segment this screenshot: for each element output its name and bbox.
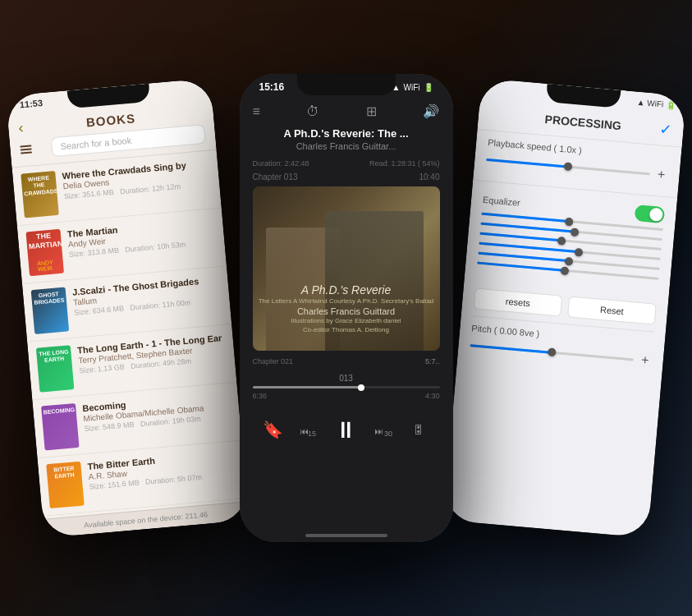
phone-right: ▲ WiFi 🔋 PROCESSING ✓ Playback speed ( 1… <box>443 78 686 538</box>
eq-slider-2[interactable] <box>480 223 662 241</box>
pitch-plus-button[interactable]: + <box>638 352 653 368</box>
book-cover: BECOMING <box>41 403 80 450</box>
book-cover: BITTER EARTH <box>46 462 85 508</box>
time-labels: 6:36 4:30 <box>253 392 440 400</box>
books-title: BOOKS <box>85 111 135 129</box>
eq-control-icon[interactable]: 🎛 <box>404 415 433 444</box>
progress-fill <box>253 386 361 388</box>
rewind-15-button[interactable]: ⏮ 15 <box>293 415 323 444</box>
menu-player-icon[interactable]: ≡ <box>253 104 260 119</box>
player-artwork: A Ph.D.'s Reverie The Letters A Whirlwin… <box>253 186 440 351</box>
chapter-indicator: 013 <box>253 374 440 383</box>
book-cover: GHOST BRIGADES <box>31 287 70 333</box>
speed-plus-button[interactable]: + <box>654 167 669 182</box>
home-indicator <box>305 534 387 537</box>
bookmark-icon[interactable]: ⊞ <box>366 103 377 119</box>
artwork-author2: Illustrations by Grace Elizabeth daniel <box>253 316 440 325</box>
player-title-section: A Ph.D.'s Reverie: The ... Charles Franc… <box>240 122 453 156</box>
back-button[interactable]: ‹ <box>18 119 25 136</box>
player-title: A Ph.D.'s Reverie: The ... <box>253 127 440 140</box>
eq-slider-5[interactable] <box>478 252 659 270</box>
wifi-icon: WiFi <box>404 83 420 92</box>
duration-label: Duration: 2:42:48 <box>253 159 309 168</box>
eq-slider-row <box>479 232 661 251</box>
battery-icon: 🔋 <box>424 83 433 92</box>
time-remaining: 4:30 <box>425 392 440 400</box>
pitch-section: Pitch ( 0.00 8ve ) + <box>457 315 666 376</box>
svg-text:15: 15 <box>308 430 316 438</box>
clock-icon[interactable]: ⏱ <box>306 104 319 119</box>
processing-title: PROCESSING <box>506 109 660 136</box>
play-pause-button[interactable]: ⏸ <box>328 411 364 448</box>
forward-30-button[interactable]: ⏭ 30 <box>369 415 399 444</box>
notch <box>297 74 396 95</box>
phone-left: 11:53 ‹ BOOKS Search for a book <box>6 78 249 538</box>
svg-text:⏭: ⏭ <box>374 426 383 436</box>
eq-slider-3[interactable] <box>479 232 661 251</box>
book-info: The Martian Andy Weir Size: 313.8 MB Dur… <box>66 215 217 259</box>
chapter-header: Chapter 013 10:40 <box>240 171 453 183</box>
progress-dot <box>358 384 364 391</box>
player-header: ≡ ⏱ ⊞ 🔊 <box>240 100 453 122</box>
artwork-title: A Ph.D.'s Reverie <box>253 283 440 297</box>
player-meta: Duration: 2:42:48 Read: 1:28:31 ( 54%) <box>240 156 453 171</box>
read-label: Read: 1:28:31 ( 54%) <box>369 159 440 168</box>
book-cover: WHERE THE CRAWDADS <box>21 171 59 218</box>
left-time: 11:53 <box>19 98 43 109</box>
menu-icon[interactable] <box>20 145 32 154</box>
eq-sliders <box>477 213 663 284</box>
svg-text:30: 30 <box>384 430 392 438</box>
time-elapsed: 6:36 <box>253 392 268 400</box>
artwork-author: Charles Francis Guittard <box>253 306 440 316</box>
equalizer-toggle[interactable] <box>635 205 666 223</box>
equalizer-label: Equalizer <box>483 195 521 208</box>
phone-center: 15:16 ▲▲ WiFi 🔋 ≡ ⏱ ⊞ 🔊 A Ph.D.'s Reveri… <box>240 74 453 542</box>
equalizer-section: Equalizer <box>464 184 676 298</box>
center-time: 15:16 <box>259 81 285 93</box>
chapter-below-time: 5:7.. <box>425 357 440 365</box>
progress-section: 013 6:36 4:30 <box>240 369 453 405</box>
presets-button[interactable]: resets <box>473 287 562 316</box>
player-author: Charles Francis Guittar... <box>253 141 440 151</box>
player-controls: 🔖 ⏮ 15 ⏸ ⏭ 30 🎛 <box>240 405 453 454</box>
book-info: J.Scalzi - The Ghost Brigades Tallum Siz… <box>71 274 222 317</box>
book-info: The Long Earth - 1 - The Long Ear Terry … <box>77 332 227 375</box>
reset-button[interactable]: Reset <box>567 296 657 324</box>
progress-bar[interactable] <box>253 386 440 388</box>
artwork-coeditor: Co-editor Thomas A. Deitlong <box>253 325 440 334</box>
book-info: The Bitter Earth A.R. Shaw Size: 151.6 M… <box>87 448 237 491</box>
phones-container: 11:53 ‹ BOOKS Search for a book <box>0 0 692 616</box>
book-list: WHERE THE CRAWDADS Where the Crawdads Si… <box>12 150 247 517</box>
eq-slider-row <box>478 252 659 270</box>
book-cover: THE MARTIAN ANDY WEIR <box>25 229 64 276</box>
speaker-icon[interactable]: 🔊 <box>423 103 439 119</box>
chapter-below-label: Chapter 021 <box>253 357 294 365</box>
chapter-below: Chapter 021 5:7.. <box>240 354 453 369</box>
playback-speed-track[interactable] <box>486 158 650 174</box>
book-info: Where the Crawdads Sing by Delia Owens S… <box>62 158 212 201</box>
book-info: Becoming Michelle Obama/Michelle Obama S… <box>82 390 232 434</box>
artwork-subtitle: The Letters A Whirlwind Courtesy A Ph.D.… <box>253 297 440 306</box>
pitch-slider[interactable] <box>470 344 634 361</box>
eq-slider-row <box>480 223 662 241</box>
check-button[interactable]: ✓ <box>658 120 672 139</box>
book-cover: THE LONG EARTH <box>36 345 75 392</box>
bookmark-control-icon[interactable]: 🔖 <box>259 415 288 444</box>
wifi-status: ▲ WiFi 🔋 <box>636 97 676 109</box>
